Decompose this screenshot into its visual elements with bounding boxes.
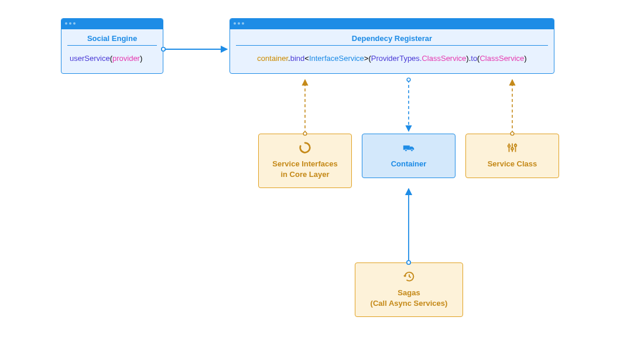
svg-point-8 [515, 145, 517, 147]
history-icon [403, 270, 416, 283]
card-label: Sagas(Call Async Services) [371, 288, 448, 308]
code-paren-close: ) [140, 54, 142, 63]
window-titlebar [61, 19, 163, 29]
code-namespace: ProviderTypes. [371, 54, 422, 63]
window-title: Dependecy Registerar [236, 29, 548, 46]
truck-icon [402, 141, 415, 154]
code-var: container [257, 54, 288, 63]
code-generic: InterfaceService [309, 54, 364, 63]
code-func: userService [70, 54, 110, 63]
service-class-card: Service Class [465, 134, 559, 178]
code-method: bind [290, 54, 305, 63]
sliders-icon [506, 141, 519, 154]
traffic-lights-icon [65, 22, 76, 25]
code-lt: < [304, 54, 309, 63]
code-gtparen: >( [364, 54, 371, 63]
code-classservice: ClassService [422, 54, 466, 63]
sagas-card: Sagas(Call Async Services) [355, 262, 463, 317]
svg-point-1 [405, 149, 407, 152]
svg-point-6 [511, 148, 513, 150]
svg-point-4 [508, 145, 511, 147]
card-label: Service Interfacesin Core Layer [272, 159, 337, 179]
service-interfaces-card: Service Interfacesin Core Layer [258, 134, 352, 188]
window-title: Social Engine [67, 29, 157, 46]
code-closeparen: ) [524, 54, 526, 63]
code-to: to [471, 54, 477, 63]
card-label: Service Class [488, 159, 537, 168]
social-engine-code: userService(provider) [61, 46, 163, 73]
window-titlebar [230, 19, 554, 29]
traffic-lights-icon [234, 22, 244, 25]
card-label: Container [391, 159, 427, 168]
social-engine-window: Social Engine userService(provider) [61, 18, 163, 74]
spinner-icon [299, 141, 311, 154]
svg-point-2 [411, 149, 413, 152]
code-arg: provider [112, 54, 140, 63]
container-card: Container [362, 134, 455, 178]
code-classservice-2: ClassService [479, 54, 524, 63]
dependency-registrar-window: Dependecy Registerar container.bind<Inte… [229, 18, 554, 74]
registrar-code: container.bind<InterfaceService>(Provide… [230, 46, 554, 73]
